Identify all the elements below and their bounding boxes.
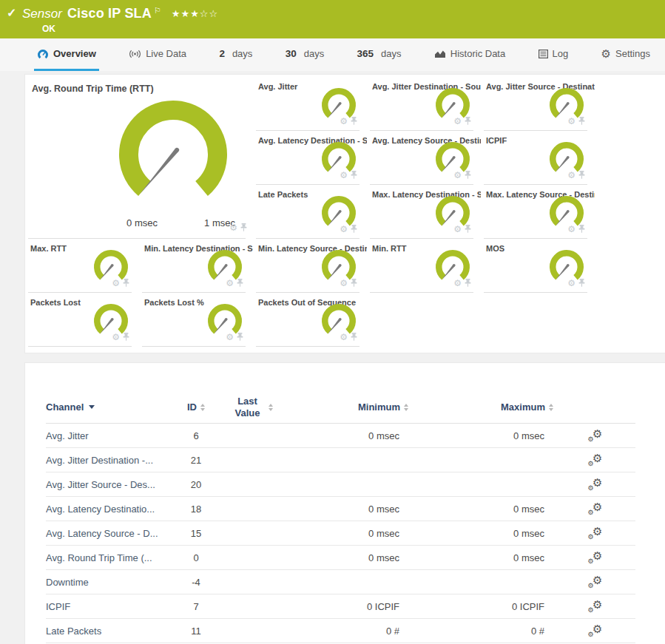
gear-icon[interactable]: ⚙	[340, 171, 348, 180]
tab-2-days[interactable]: 2days	[216, 38, 255, 71]
status-check-icon: ✓	[7, 6, 22, 21]
gear-icon[interactable]: ⚙	[453, 225, 462, 234]
column-header-channel[interactable]: Channel	[46, 401, 173, 413]
pin-icon[interactable]	[465, 115, 471, 128]
channel-id: 18	[173, 504, 219, 515]
gauge-cell-max-latency-source-destin: Max. Latency Source - Destin...⚙	[481, 185, 595, 239]
channel-row: Avg. Jitter60 msec0 msec⚙⚙	[46, 424, 635, 448]
column-header-last-value[interactable]: Last Value	[219, 396, 284, 418]
pin-icon[interactable]	[578, 169, 585, 182]
gear-icon: ⚙	[601, 48, 611, 59]
pin-icon[interactable]	[237, 331, 243, 344]
gauge-cell-avg-jitter: Avg. Jitter⚙	[253, 77, 367, 131]
pin-icon[interactable]	[578, 115, 585, 128]
sensor-titles: Sensor Cisco IP SLA ⚐ ★★★☆☆ OK	[22, 6, 218, 34]
gear-icon[interactable]: ⚙	[567, 171, 575, 180]
pin-icon[interactable]	[465, 223, 471, 236]
gauge-cell-icons: ⚙	[229, 221, 247, 234]
channel-row: Avg. Round Trip Time (...00 msec0 msec⚙⚙	[46, 546, 635, 570]
gauge-cell-packets-lost: Packets Lost⚙	[25, 293, 139, 347]
tab-historic-data[interactable]: Historic Data	[431, 38, 508, 71]
pin-icon[interactable]	[123, 331, 129, 344]
pin-icon[interactable]	[123, 277, 129, 290]
column-header-maximum[interactable]: Maximum	[410, 401, 555, 413]
table-header-row: Channel ID Last Value Minimum Maximum	[46, 396, 635, 424]
gear-icon[interactable]: ⚙	[567, 279, 575, 288]
pin-icon	[237, 279, 243, 287]
pin-icon[interactable]	[578, 223, 585, 236]
gear-icon[interactable]: ⚙	[453, 279, 462, 288]
cell-divider	[142, 346, 246, 347]
pin-icon[interactable]	[240, 221, 247, 234]
gear-icon[interactable]: ⚙	[567, 117, 575, 126]
gauge-cell-icons: ⚙	[453, 277, 471, 290]
pin-icon	[351, 279, 357, 287]
channel-settings-icon[interactable]: ⚙⚙	[588, 600, 603, 613]
pin-icon[interactable]	[351, 331, 357, 344]
channel-minimum: 0 msec	[284, 552, 410, 563]
pin-icon	[351, 333, 357, 341]
channel-settings-icon[interactable]: ⚙⚙	[588, 429, 603, 442]
gear-icon[interactable]: ⚙	[453, 117, 462, 126]
pin-icon	[123, 279, 129, 287]
channel-id: 15	[173, 528, 219, 539]
gear-icon[interactable]: ⚙	[567, 225, 575, 234]
channel-row: Avg. Jitter Destination -...21⚙⚙	[46, 448, 635, 472]
gauge-cell-icons: ⚙	[567, 169, 585, 182]
channel-settings-icon[interactable]: ⚙⚙	[588, 575, 603, 589]
gauge-icon	[37, 49, 49, 59]
gear-icon[interactable]: ⚙	[453, 171, 462, 180]
channel-id: 20	[173, 479, 219, 490]
gear-icon[interactable]: ⚙	[340, 117, 348, 126]
channel-settings-icon[interactable]: ⚙⚙	[588, 526, 603, 540]
pin-icon	[465, 225, 471, 233]
gear-icon[interactable]: ⚙	[112, 333, 120, 342]
pin-icon	[123, 333, 129, 341]
tab-live-data[interactable]: Live Data	[126, 38, 189, 71]
gear-icon[interactable]: ⚙	[226, 279, 234, 288]
tab-label: Live Data	[146, 48, 186, 59]
gear-icon[interactable]: ⚙	[340, 279, 348, 288]
channel-maximum: 0 msec	[410, 504, 555, 515]
gauge-cell-icons: ⚙	[112, 277, 129, 290]
gauge-cell-icons: ⚙	[226, 277, 243, 290]
pin-icon	[351, 225, 357, 233]
channel-settings-icon[interactable]: ⚙⚙	[588, 478, 603, 491]
gauge-cell-late-packets: Late Packets⚙	[253, 185, 367, 239]
pin-icon[interactable]	[351, 277, 357, 290]
tab-365-days[interactable]: 365days	[354, 38, 404, 71]
tab-overview[interactable]: Overview	[34, 38, 99, 71]
tab-label: days	[381, 48, 401, 59]
pin-icon[interactable]	[351, 115, 357, 128]
cell-divider	[256, 346, 359, 347]
gear-icon[interactable]: ⚙	[229, 223, 237, 232]
tab-30-days[interactable]: 30days	[283, 38, 328, 71]
gear-icon[interactable]: ⚙	[112, 279, 120, 288]
pin-icon[interactable]	[237, 277, 243, 290]
channel-row: Avg. Latency Destinatio...180 msec0 msec…	[46, 497, 635, 521]
channel-settings-icon[interactable]: ⚙⚙	[588, 551, 603, 564]
gear-icon[interactable]: ⚙	[340, 225, 348, 234]
gear-icon[interactable]: ⚙	[226, 333, 234, 342]
gauge-cell-icons: ⚙	[340, 277, 357, 290]
column-header-id[interactable]: ID	[173, 401, 219, 413]
pin-icon[interactable]	[465, 169, 471, 182]
pin-icon[interactable]	[351, 169, 357, 182]
channel-settings-icon[interactable]: ⚙⚙	[588, 624, 603, 637]
pin-icon[interactable]	[578, 277, 585, 290]
pin-icon	[465, 279, 471, 287]
priority-stars[interactable]: ★★★☆☆	[172, 7, 218, 21]
pin-icon	[465, 117, 471, 125]
gauge-cell-icons: ⚙	[340, 115, 357, 128]
gauge-cell-icons: ⚙	[567, 277, 585, 290]
tab-log[interactable]: Log	[536, 38, 572, 71]
channel-settings-icon[interactable]: ⚙⚙	[588, 453, 603, 467]
column-header-minimum[interactable]: Minimum	[284, 401, 410, 413]
tab-settings[interactable]: ⚙Settings	[598, 38, 653, 71]
channel-settings-icon[interactable]: ⚙⚙	[588, 502, 603, 515]
pin-icon	[578, 117, 585, 125]
pin-icon[interactable]	[351, 223, 357, 236]
pin-icon[interactable]	[465, 277, 471, 290]
channel-name: Downtime	[46, 577, 173, 588]
gear-icon[interactable]: ⚙	[340, 333, 348, 342]
